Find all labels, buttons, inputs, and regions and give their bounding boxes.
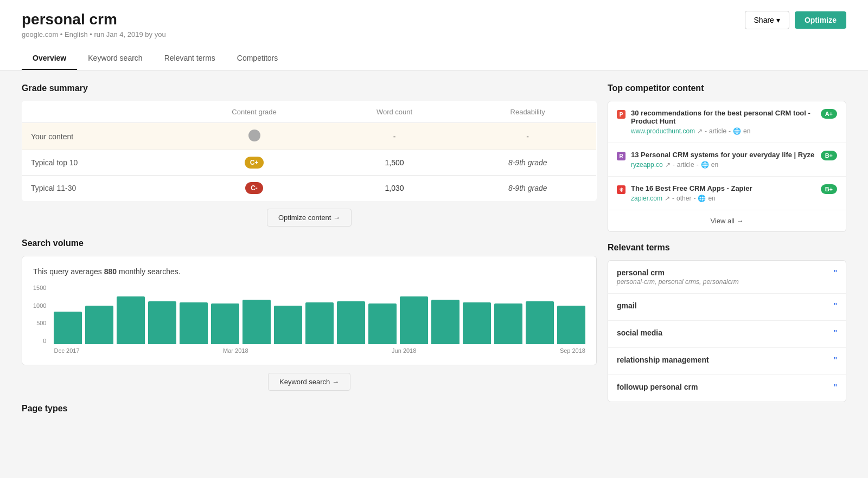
page-types-title: Page types [22, 404, 597, 414]
table-row: Your content - - [22, 123, 597, 150]
tab-keyword-search[interactable]: Keyword search [77, 47, 153, 70]
chart-bar [148, 301, 176, 344]
term-name: followup personal crm [617, 383, 698, 391]
list-item: ✳ The 16 Best Free CRM Apps - Zapier zap… [608, 177, 846, 210]
competitor-title: The 16 Best Free CRM Apps - Zapier [631, 184, 815, 192]
grade-badge-c-minus: C- [245, 182, 263, 194]
competitor-type: article [677, 161, 694, 169]
row-grade [179, 123, 330, 150]
optimize-button[interactable]: Optimize [795, 11, 846, 29]
chart-bar [400, 296, 428, 344]
search-volume-card: This query averages 880 monthly searches… [22, 256, 597, 365]
tab-competitors[interactable]: Competitors [226, 47, 289, 70]
table-row: Typical top 10 C+ 1,500 8-9th grade [22, 150, 597, 176]
chart-bar [242, 300, 271, 345]
y-label-0: 0 [43, 338, 46, 344]
term-info: personal crm personal-crm, personal crms… [617, 268, 739, 286]
chart-bar [337, 301, 365, 344]
keyword-search-button[interactable]: Keyword search → [268, 373, 350, 391]
list-item: gmail " [608, 294, 846, 321]
term-info: social media [617, 328, 662, 337]
competitor-url[interactable]: ryzeapp.co [631, 161, 663, 169]
chart-bars-container [54, 285, 585, 344]
row-word-count: - [330, 123, 459, 150]
top-competitor-title: Top competitor content [608, 83, 846, 93]
search-volume-description: This query averages 880 monthly searches… [33, 267, 585, 276]
col-header-word-count: Word count [330, 101, 459, 123]
term-name: gmail [617, 301, 637, 310]
x-label-sep-2018: Sep 2018 [560, 347, 585, 354]
y-label-1000: 1000 [33, 302, 46, 309]
list-item: relationship management " [608, 348, 846, 375]
chart-bar [211, 303, 239, 344]
table-row: Typical 11-30 C- 1,030 8-9th grade [22, 176, 597, 201]
competitor-grade-badge: A+ [821, 109, 837, 119]
search-volume-title: Search volume [22, 238, 597, 248]
list-item: social media " [608, 321, 846, 348]
list-item: personal crm personal-crm, personal crms… [608, 261, 846, 294]
grade-table: Content grade Word count Readability You… [22, 101, 597, 201]
competitor-url[interactable]: www.producthunt.com [631, 127, 695, 135]
competitor-meta: ryzeapp.co ↗ - article - 🌐 en [631, 161, 815, 169]
quote-icon[interactable]: " [834, 328, 837, 340]
list-item: P 30 recommendations for the best person… [608, 101, 846, 143]
page-title: personal crm [22, 11, 166, 28]
chart-bar [305, 302, 334, 344]
term-name: personal crm [617, 268, 739, 277]
chart-bar [463, 302, 491, 344]
competitor-lang: en [711, 161, 718, 169]
competitor-url[interactable]: zapier.com [631, 195, 662, 202]
globe-icon: 🌐 [701, 161, 709, 169]
chart-bar [368, 303, 397, 344]
competitor-lang: en [743, 127, 750, 135]
grade-summary-title: Grade summary [22, 83, 597, 93]
competitor-title: 30 recommendations for the best personal… [631, 109, 815, 125]
list-item: R 13 Personal CRM systems for your every… [608, 143, 846, 177]
globe-icon: 🌐 [733, 127, 741, 135]
view-all-button[interactable]: View all → [608, 210, 846, 231]
competitor-meta: www.producthunt.com ↗ - article - 🌐 en [631, 127, 815, 135]
competitor-info: 13 Personal CRM systems for your everyda… [631, 151, 815, 169]
row-label: Your content [22, 123, 179, 150]
x-label-dec-2017: Dec 2017 [54, 347, 79, 354]
grade-badge-gray [248, 130, 260, 141]
quote-icon[interactable]: " [834, 301, 837, 313]
tab-bar: Overview Keyword search Relevant terms C… [22, 47, 846, 70]
product-hunt-icon: P [617, 110, 626, 119]
tab-overview[interactable]: Overview [22, 47, 77, 70]
x-label-mar-2018: Mar 2018 [223, 347, 248, 354]
chart-bar [526, 301, 554, 344]
y-label-500: 500 [36, 320, 46, 326]
quote-icon[interactable]: " [834, 383, 837, 394]
chart-bar [54, 312, 82, 345]
col-header-readability: Readability [459, 101, 596, 123]
chart-bar [557, 306, 585, 345]
term-info: gmail [617, 301, 637, 310]
chart-bar [180, 302, 208, 344]
quote-icon[interactable]: " [834, 268, 837, 280]
chart-bar [431, 300, 459, 345]
y-label-1500: 1500 [33, 285, 46, 291]
search-volume-chart: 1500 1000 500 0 Dec 2017 Mar 2018 Jun 20… [33, 285, 585, 354]
row-readability: - [459, 123, 596, 150]
row-label: Typical 11-30 [22, 176, 179, 201]
relevant-terms-card: personal crm personal-crm, personal crms… [608, 260, 846, 402]
optimize-content-button[interactable]: Optimize content → [267, 209, 352, 227]
row-readability: 8-9th grade [459, 150, 596, 176]
relevant-terms-title: Relevant terms [608, 243, 846, 253]
competitor-title: 13 Personal CRM systems for your everyda… [631, 151, 815, 159]
tab-relevant-terms[interactable]: Relevant terms [154, 47, 226, 70]
row-word-count: 1,030 [330, 176, 459, 201]
quote-icon[interactable]: " [834, 356, 837, 367]
competitor-card: P 30 recommendations for the best person… [608, 101, 846, 232]
y-axis: 1500 1000 500 0 [33, 285, 49, 344]
row-label: Typical top 10 [22, 150, 179, 176]
zapier-icon: ✳ [617, 185, 626, 194]
row-grade: C+ [179, 150, 330, 176]
term-info: relationship management [617, 356, 709, 364]
avg-monthly-searches: 880 [104, 267, 117, 276]
competitor-type: other [676, 195, 691, 202]
row-grade: C- [179, 176, 330, 201]
col-header-label [22, 101, 179, 123]
share-button[interactable]: Share ▾ [745, 11, 789, 29]
